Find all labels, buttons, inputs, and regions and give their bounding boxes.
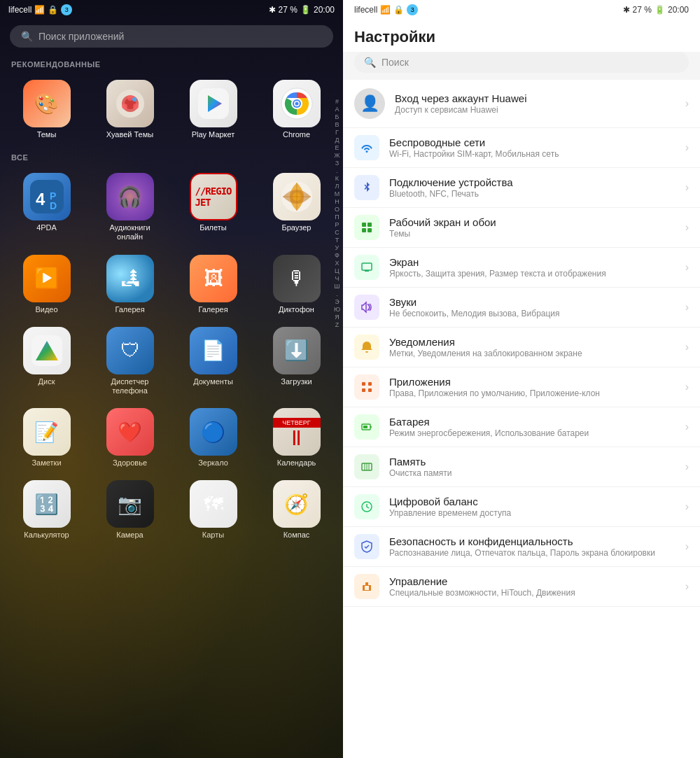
phone-manager-label: Диспетчер телефона (102, 377, 158, 395)
settings-item-wifi[interactable]: Беспроводные сети Wi-Fi, Настройки SIM-к… (343, 128, 700, 168)
settings-item-sound[interactable]: Звуки Не беспокоить, Мелодия вызова, Виб… (343, 288, 700, 328)
alpha-letter[interactable]: В (333, 121, 340, 128)
apps-icon (354, 374, 379, 400)
notifications-icon (354, 335, 379, 360)
alpha-letter[interactable]: Ф (333, 252, 341, 259)
all-label: ВСЕ (0, 146, 343, 166)
app-gallery1[interactable]: 🏞 Галерея (90, 251, 169, 318)
maps-label: Карты (202, 531, 224, 540)
downloads-icon: ⬇️ (273, 327, 321, 374)
docs-label: Документы (193, 377, 233, 386)
alpha-letter[interactable]: М (333, 190, 342, 197)
alpha-letter[interactable]: У (334, 244, 341, 251)
alpha-letter[interactable]: Ж (332, 152, 341, 159)
alpha-letter[interactable]: О (333, 206, 341, 213)
app-drive[interactable]: Диск (7, 323, 86, 400)
alpha-letter[interactable]: Х (333, 260, 340, 267)
app-tickets[interactable]: //REGIOJET Билеты (174, 169, 253, 246)
alpha-index[interactable]: #АБВГДЕЖЗ.КЛМНОПРСТУФХЦЧШ.ЭЮЯZ (332, 98, 342, 328)
app-video[interactable]: ▶️ Видео (7, 251, 86, 318)
apps-chevron: › (685, 381, 689, 393)
settings-search-bar[interactable]: 🔍 Поиск (354, 52, 689, 73)
alpha-letter[interactable]: Б (334, 113, 341, 120)
memory-subtitle: Очистка памяти (389, 468, 676, 478)
settings-item-memory[interactable]: Память Очистка памяти › (343, 447, 700, 487)
settings-item-notifications[interactable]: Уведомления Метки, Уведомления на заблок… (343, 328, 700, 367)
alpha-letter[interactable]: Я (333, 314, 341, 321)
alpha-letter[interactable]: Н (333, 198, 341, 205)
huawei-themes-icon (106, 80, 154, 127)
digital-title: Цифровой баланс (389, 496, 676, 507)
app-gallery2[interactable]: 🖼 Галерея (174, 251, 253, 318)
alpha-letter[interactable]: . (335, 290, 340, 297)
app-audiobooks[interactable]: 🎧 Аудиокниги онлайн (90, 169, 169, 246)
bluetooth-icon (354, 175, 379, 200)
search-placeholder-left: Поиск приложений (38, 31, 124, 42)
settings-item-apps[interactable]: Приложения Права, Приложения по умолчани… (343, 367, 700, 407)
alpha-letter[interactable]: П (333, 213, 340, 220)
recommended-apps-grid: 🎨 Темы Хуавей Темы (0, 73, 343, 146)
alpha-letter[interactable]: Д (333, 136, 340, 143)
app-docs[interactable]: 📄 Документы (174, 323, 253, 400)
app-huawei-themes[interactable]: Хуавей Темы (90, 76, 169, 143)
sound-subtitle: Не беспокоить, Мелодия вызова, Вибрация (389, 309, 676, 318)
svg-point-4 (133, 104, 139, 109)
docs-icon: 📄 (190, 327, 237, 374)
mirror-label: Зеркало (198, 458, 228, 468)
app-search-bar[interactable]: 🔍 Поиск приложений (10, 25, 333, 48)
video-icon: ▶️ (23, 255, 71, 302)
app-calculator[interactable]: 🔢 Калькулятор (7, 476, 86, 544)
alpha-letter[interactable]: # (334, 98, 340, 105)
profile-avatar: 👤 (354, 88, 385, 119)
settings-item-manage[interactable]: Управление Специальные возможности, HiTo… (343, 567, 700, 607)
video-label: Видео (35, 305, 57, 314)
calendar-icon: ЧЕТВЕРГ || (273, 408, 321, 456)
app-mirror[interactable]: 🔵 Зеркало (174, 404, 253, 472)
alpha-letter[interactable]: А (333, 106, 340, 113)
alpha-letter[interactable]: Т (334, 237, 341, 244)
gallery2-icon: 🖼 (190, 255, 237, 302)
app-chrome[interactable]: Chrome (257, 76, 336, 143)
app-play-market[interactable]: Play Маркет (174, 76, 253, 143)
settings-item-bluetooth[interactable]: Подключение устройства Bluetooth, NFC, П… (343, 168, 700, 208)
alpha-letter[interactable]: Ц (333, 267, 341, 274)
alpha-letter[interactable]: Ш (332, 283, 341, 290)
profile-item[interactable]: 👤 Вход через аккаунт Huawei Доступ к сер… (343, 80, 700, 128)
app-browser[interactable]: Браузер (257, 169, 336, 246)
alpha-letter[interactable]: Э (333, 298, 340, 305)
app-4pda[interactable]: 4 P D 4PDA (7, 169, 86, 246)
alpha-letter[interactable]: К (334, 175, 340, 182)
app-camera[interactable]: 📷 Камера (90, 476, 169, 544)
app-calendar[interactable]: ЧЕТВЕРГ || Календарь (257, 404, 336, 472)
alpha-letter[interactable]: Л (334, 183, 341, 190)
app-themes[interactable]: 🎨 Темы (7, 76, 86, 143)
alpha-letter[interactable]: С (333, 229, 341, 236)
homescreen-title: Рабочий экран и обои (389, 216, 676, 228)
alpha-letter[interactable]: Е (333, 144, 340, 151)
manage-icon (354, 574, 379, 599)
alpha-letter[interactable]: Z (334, 321, 341, 328)
svg-text:4: 4 (36, 190, 46, 209)
settings-item-homescreen[interactable]: Рабочий экран и обои Темы › (343, 208, 700, 248)
settings-item-digital[interactable]: Цифровой баланс Управление временем дост… (343, 487, 700, 527)
app-phone-manager[interactable]: 🛡 Диспетчер телефона (90, 323, 169, 400)
alpha-letter[interactable]: З (334, 160, 340, 167)
settings-item-display[interactable]: Экран Яркость, Защита зрения, Размер тек… (343, 248, 700, 288)
wifi-icon (354, 135, 379, 160)
app-recorder[interactable]: 🎙 Диктофон (257, 251, 336, 318)
settings-item-security[interactable]: Безопасность и конфиденциальность Распоз… (343, 527, 700, 567)
profile-title: Вход через аккаунт Huawei (395, 92, 676, 104)
health-icon: ❤️ (106, 408, 154, 456)
alpha-letter[interactable]: . (335, 167, 340, 174)
app-notes[interactable]: 📝 Заметки (7, 404, 86, 472)
app-health[interactable]: ❤️ Здоровье (90, 404, 169, 472)
alpha-letter[interactable]: Ч (333, 275, 340, 282)
alpha-letter[interactable]: Р (333, 221, 340, 228)
app-maps[interactable]: 🗺 Карты (174, 476, 253, 544)
settings-item-battery[interactable]: Батарея Режим энергосбережения, Использо… (343, 407, 700, 447)
app-compass[interactable]: 🧭 Компас (257, 476, 336, 544)
alpha-letter[interactable]: Ю (332, 306, 342, 313)
wifi-chevron: › (685, 141, 689, 154)
app-downloads[interactable]: ⬇️ Загрузки (257, 323, 336, 400)
alpha-letter[interactable]: Г (334, 129, 340, 136)
